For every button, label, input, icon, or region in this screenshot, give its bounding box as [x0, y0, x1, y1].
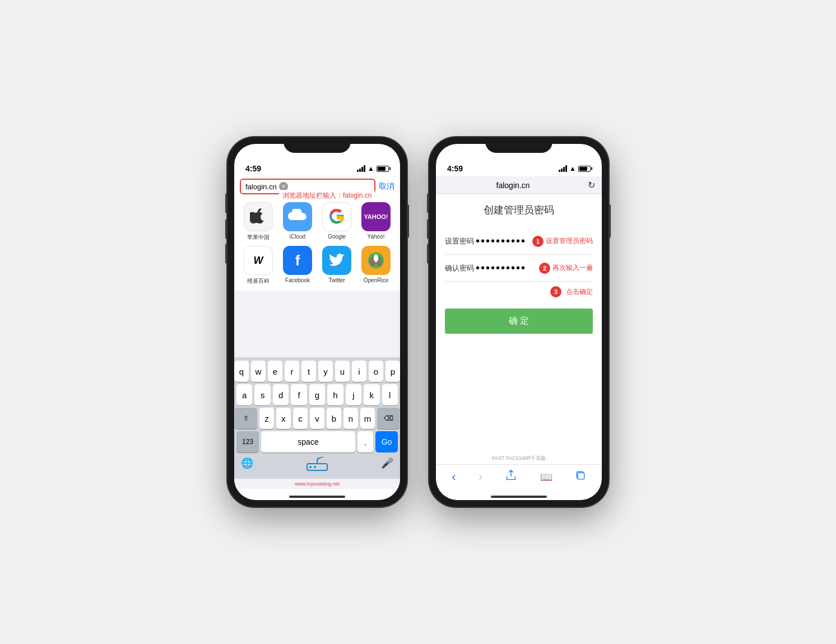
- key-y[interactable]: y: [318, 361, 333, 382]
- fast-branding: FAST FAC2100R千兆版: [436, 452, 602, 464]
- key-z[interactable]: z: [259, 408, 274, 429]
- refresh-icon[interactable]: ↻: [588, 180, 595, 190]
- bookmark-google[interactable]: Google: [319, 202, 354, 241]
- key-m[interactable]: m: [360, 408, 375, 429]
- confirm-label: 确认密码: [445, 263, 476, 273]
- key-j[interactable]: j: [346, 384, 361, 405]
- bookmark-openrice[interactable]: OpenRice: [359, 246, 393, 285]
- delete-key[interactable]: ⌫: [377, 408, 400, 429]
- key-v[interactable]: v: [310, 408, 324, 429]
- key-b[interactable]: b: [327, 408, 341, 429]
- clear-button[interactable]: ✕: [279, 182, 288, 191]
- key-e[interactable]: e: [268, 361, 282, 382]
- apple-label: 苹果中国: [247, 234, 270, 241]
- key-c[interactable]: c: [293, 408, 308, 429]
- back-button[interactable]: ‹: [452, 470, 456, 484]
- yahoo-icon: YAHOO!: [361, 202, 391, 231]
- status-icons-1: ▲: [357, 165, 389, 172]
- apple-icon: [244, 202, 273, 231]
- signal-icon-2: [559, 165, 567, 172]
- key-l[interactable]: l: [382, 384, 398, 405]
- yahoo-label: Yahoo!: [368, 234, 385, 240]
- bookmark-twitter[interactable]: Twitter: [319, 246, 354, 285]
- twitter-icon: [322, 246, 351, 275]
- key-r[interactable]: r: [285, 361, 299, 382]
- step3-badge: 3: [550, 286, 561, 297]
- key-h[interactable]: h: [327, 384, 343, 405]
- key-w[interactable]: w: [251, 361, 266, 382]
- google-label: Google: [328, 234, 346, 240]
- space-key[interactable]: space: [261, 431, 355, 452]
- key-o[interactable]: o: [369, 361, 383, 382]
- icloud-icon: [283, 202, 312, 231]
- key-k[interactable]: k: [364, 384, 379, 405]
- google-icon: [322, 202, 351, 231]
- bookmark-icloud[interactable]: iCloud: [280, 202, 315, 241]
- url-text: falogin.cn: [245, 183, 277, 191]
- key-x[interactable]: x: [276, 408, 291, 429]
- openrice-icon: [361, 246, 391, 275]
- key-i[interactable]: i: [352, 361, 366, 382]
- wifi-icon-2: ▲: [569, 165, 576, 172]
- forward-button[interactable]: ›: [479, 470, 482, 484]
- go-key[interactable]: Go: [375, 431, 398, 452]
- url-input[interactable]: falogin.cn ✕: [240, 179, 375, 194]
- key-q[interactable]: q: [234, 361, 249, 382]
- key-t[interactable]: t: [301, 361, 316, 382]
- wiki-icon: W: [244, 246, 273, 275]
- bookmark-apple[interactable]: 苹果中国: [241, 202, 276, 241]
- bookmark-facebook[interactable]: f Facebook: [280, 246, 315, 285]
- key-u[interactable]: u: [335, 361, 350, 382]
- key-d[interactable]: d: [273, 384, 289, 405]
- page-title: 创建管理员密码: [445, 203, 593, 217]
- tabs-button[interactable]: [575, 470, 586, 484]
- key-n[interactable]: n: [343, 408, 358, 429]
- key-s[interactable]: s: [254, 384, 270, 405]
- watermark-url: www.luyouwang.net: [295, 481, 340, 487]
- browser-bar: falogin.cn ✕ 取消: [234, 176, 400, 197]
- key-f[interactable]: f: [291, 384, 306, 405]
- wifi-icon: ▲: [368, 165, 374, 172]
- keyboard: q w e r t y u i o p a s d f g h j k l: [234, 357, 400, 479]
- key-row-bottom: 123 space . Go: [236, 431, 398, 452]
- svg-point-6: [314, 466, 316, 468]
- battery-icon: [377, 166, 389, 172]
- shift-key[interactable]: ⇧: [235, 408, 257, 429]
- key-row-1: q w e r t y u i o p: [236, 361, 398, 382]
- step3-row: 3 点击确定: [445, 286, 593, 297]
- key-g[interactable]: g: [309, 384, 325, 405]
- phone-1: 4:59 ▲ falogin.cn ✕ 取消: [227, 137, 407, 507]
- bookmarks-grid: 苹果中国 iCloud: [234, 197, 400, 291]
- bookmark-wiki[interactable]: W 维基百科: [241, 246, 276, 285]
- content-area: [234, 291, 400, 357]
- dot-key[interactable]: .: [357, 431, 373, 452]
- battery-icon-2: [578, 166, 591, 172]
- key-a[interactable]: a: [236, 384, 252, 405]
- openrice-label: OpenRice: [364, 277, 388, 283]
- globe-icon[interactable]: 🌐: [241, 457, 253, 475]
- browser-nav: falogin.cn ↻: [436, 176, 602, 194]
- phone-2: 4:59 ▲ falogin.cn ↻ 创建管理员密码: [429, 137, 609, 507]
- num-key[interactable]: 123: [236, 431, 259, 452]
- watermark: www.luyouwang.net: [234, 479, 400, 489]
- key-row-2: a s d f g h j k l: [236, 384, 398, 405]
- page-content: 创建管理员密码 设置密码 •••••••••• 1 设置管理员密码 确认密码 •…: [436, 194, 602, 452]
- status-icons-2: ▲: [559, 165, 591, 172]
- confirm-button[interactable]: 确 定: [445, 309, 593, 334]
- svg-point-5: [309, 466, 312, 468]
- key-row-3: ⇧ z x c v b n m ⌫: [236, 408, 398, 429]
- bookmark-yahoo[interactable]: YAHOO! Yahoo!: [359, 202, 393, 241]
- facebook-icon: f: [283, 246, 312, 275]
- confirm-input[interactable]: ••••••••••: [476, 262, 539, 274]
- icloud-label: iCloud: [290, 234, 305, 240]
- notch-1: [284, 137, 351, 153]
- facebook-label: Facebook: [285, 277, 310, 283]
- status-time-1: 4:59: [245, 164, 261, 173]
- cancel-button[interactable]: 取消: [379, 181, 394, 192]
- key-p[interactable]: p: [386, 361, 400, 382]
- mic-icon[interactable]: 🎤: [381, 457, 393, 475]
- share-button[interactable]: [505, 469, 517, 484]
- bookmarks-button[interactable]: 📖: [540, 471, 552, 483]
- step2-label: 再次输入一遍: [552, 263, 593, 273]
- password-input[interactable]: ••••••••••: [476, 235, 532, 248]
